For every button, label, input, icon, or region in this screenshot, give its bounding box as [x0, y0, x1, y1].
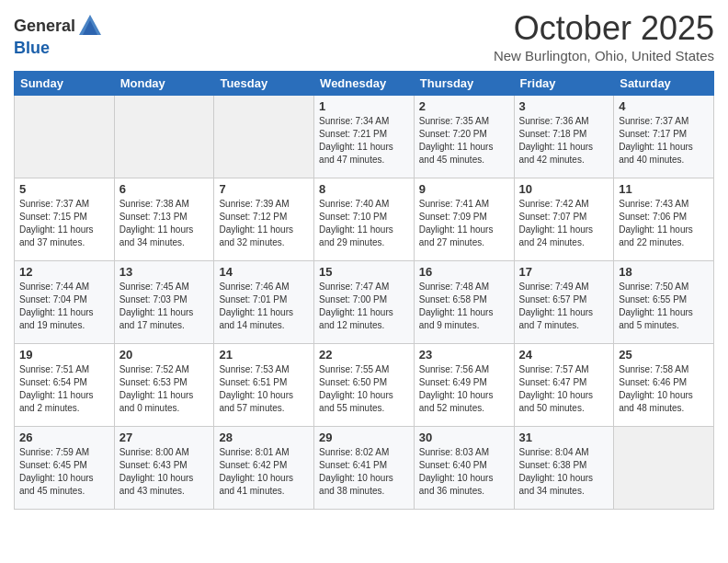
calendar-table: SundayMondayTuesdayWednesdayThursdayFrid…	[14, 71, 714, 510]
calendar-day-21: 21Sunrise: 7:53 AM Sunset: 6:51 PM Dayli…	[214, 344, 314, 427]
calendar-day-15: 15Sunrise: 7:47 AM Sunset: 7:00 PM Dayli…	[314, 261, 415, 344]
day-number: 21	[219, 348, 309, 362]
day-number: 18	[619, 265, 709, 279]
logo: General Blue	[14, 13, 103, 58]
calendar-day-10: 10Sunrise: 7:42 AM Sunset: 7:07 PM Dayli…	[514, 178, 614, 261]
calendar-week-row: 1Sunrise: 7:34 AM Sunset: 7:21 PM Daylig…	[15, 96, 714, 178]
calendar-day-28: 28Sunrise: 8:01 AM Sunset: 6:42 PM Dayli…	[214, 427, 314, 510]
calendar-day-13: 13Sunrise: 7:45 AM Sunset: 7:03 PM Dayli…	[114, 261, 214, 344]
day-info: Sunrise: 7:42 AM Sunset: 7:07 PM Dayligh…	[519, 198, 609, 249]
calendar-day-12: 12Sunrise: 7:44 AM Sunset: 7:04 PM Dayli…	[15, 261, 115, 344]
calendar-day-3: 3Sunrise: 7:36 AM Sunset: 7:18 PM Daylig…	[514, 96, 614, 178]
calendar-day-27: 27Sunrise: 8:00 AM Sunset: 6:43 PM Dayli…	[114, 427, 214, 510]
day-number: 12	[19, 265, 109, 279]
day-number: 5	[19, 182, 109, 196]
day-info: Sunrise: 7:49 AM Sunset: 6:57 PM Dayligh…	[519, 281, 609, 332]
col-header-saturday: Saturday	[614, 72, 714, 96]
day-info: Sunrise: 7:43 AM Sunset: 7:06 PM Dayligh…	[619, 198, 709, 249]
day-number: 30	[419, 431, 509, 444]
day-info: Sunrise: 7:37 AM Sunset: 7:15 PM Dayligh…	[19, 198, 109, 249]
day-info: Sunrise: 7:41 AM Sunset: 7:09 PM Dayligh…	[419, 198, 509, 249]
day-info: Sunrise: 8:03 AM Sunset: 6:40 PM Dayligh…	[419, 446, 509, 498]
day-info: Sunrise: 7:47 AM Sunset: 7:00 PM Dayligh…	[319, 281, 409, 332]
calendar-week-row: 26Sunrise: 7:59 AM Sunset: 6:45 PM Dayli…	[15, 427, 714, 510]
day-info: Sunrise: 7:34 AM Sunset: 7:21 PM Dayligh…	[319, 115, 409, 167]
day-number: 16	[419, 265, 509, 279]
day-info: Sunrise: 7:48 AM Sunset: 6:58 PM Dayligh…	[419, 281, 509, 332]
day-number: 11	[619, 182, 709, 196]
col-header-monday: Monday	[114, 72, 214, 96]
calendar-day-1: 1Sunrise: 7:34 AM Sunset: 7:21 PM Daylig…	[314, 96, 415, 178]
day-number: 8	[319, 182, 409, 196]
day-number: 19	[19, 348, 109, 362]
calendar-day-19: 19Sunrise: 7:51 AM Sunset: 6:54 PM Dayli…	[15, 344, 115, 427]
day-number: 20	[119, 348, 210, 362]
col-header-friday: Friday	[514, 72, 614, 96]
calendar-day-25: 25Sunrise: 7:58 AM Sunset: 6:46 PM Dayli…	[614, 344, 714, 427]
day-info: Sunrise: 7:44 AM Sunset: 7:04 PM Dayligh…	[19, 281, 109, 332]
day-number: 28	[219, 431, 309, 444]
logo-blue: Blue	[14, 39, 50, 57]
day-number: 24	[519, 348, 609, 362]
day-info: Sunrise: 7:40 AM Sunset: 7:10 PM Dayligh…	[319, 198, 409, 249]
logo-icon	[77, 13, 103, 39]
calendar-week-row: 12Sunrise: 7:44 AM Sunset: 7:04 PM Dayli…	[15, 261, 714, 344]
day-info: Sunrise: 7:58 AM Sunset: 6:46 PM Dayligh…	[619, 363, 709, 415]
day-number: 27	[119, 431, 210, 444]
calendar-day-8: 8Sunrise: 7:40 AM Sunset: 7:10 PM Daylig…	[314, 178, 415, 261]
day-number: 4	[619, 99, 709, 113]
calendar-day-16: 16Sunrise: 7:48 AM Sunset: 6:58 PM Dayli…	[414, 261, 514, 344]
calendar-day-7: 7Sunrise: 7:39 AM Sunset: 7:12 PM Daylig…	[214, 178, 314, 261]
calendar-day-6: 6Sunrise: 7:38 AM Sunset: 7:13 PM Daylig…	[114, 178, 214, 261]
col-header-sunday: Sunday	[15, 72, 115, 96]
page-header: General Blue October 2025 New Burlington…	[14, 9, 714, 63]
day-number: 15	[319, 265, 409, 279]
calendar-header-row: SundayMondayTuesdayWednesdayThursdayFrid…	[15, 72, 714, 96]
calendar-day-2: 2Sunrise: 7:35 AM Sunset: 7:20 PM Daylig…	[414, 96, 514, 178]
logo-general: General	[14, 17, 75, 36]
calendar-day-14: 14Sunrise: 7:46 AM Sunset: 7:01 PM Dayli…	[214, 261, 314, 344]
day-number: 3	[519, 99, 609, 113]
calendar-day-5: 5Sunrise: 7:37 AM Sunset: 7:15 PM Daylig…	[15, 178, 115, 261]
day-info: Sunrise: 7:57 AM Sunset: 6:47 PM Dayligh…	[519, 363, 609, 415]
calendar-week-row: 5Sunrise: 7:37 AM Sunset: 7:15 PM Daylig…	[15, 178, 714, 261]
day-info: Sunrise: 7:51 AM Sunset: 6:54 PM Dayligh…	[19, 363, 109, 415]
day-info: Sunrise: 7:46 AM Sunset: 7:01 PM Dayligh…	[219, 281, 309, 332]
day-number: 25	[619, 348, 709, 362]
calendar-day-18: 18Sunrise: 7:50 AM Sunset: 6:55 PM Dayli…	[614, 261, 714, 344]
day-number: 29	[319, 431, 409, 444]
day-info: Sunrise: 7:50 AM Sunset: 6:55 PM Dayligh…	[619, 281, 709, 332]
empty-day	[114, 96, 214, 178]
day-info: Sunrise: 7:38 AM Sunset: 7:13 PM Dayligh…	[119, 198, 210, 249]
calendar-day-23: 23Sunrise: 7:56 AM Sunset: 6:49 PM Dayli…	[414, 344, 514, 427]
calendar-day-11: 11Sunrise: 7:43 AM Sunset: 7:06 PM Dayli…	[614, 178, 714, 261]
calendar-day-26: 26Sunrise: 7:59 AM Sunset: 6:45 PM Dayli…	[15, 427, 115, 510]
calendar-day-29: 29Sunrise: 8:02 AM Sunset: 6:41 PM Dayli…	[314, 427, 415, 510]
col-header-tuesday: Tuesday	[214, 72, 314, 96]
day-info: Sunrise: 8:04 AM Sunset: 6:38 PM Dayligh…	[519, 446, 609, 498]
title-section: October 2025 New Burlington, Ohio, Unite…	[494, 9, 714, 63]
day-number: 6	[119, 182, 210, 196]
empty-day	[614, 427, 714, 510]
day-number: 26	[19, 431, 109, 444]
empty-day	[214, 96, 314, 178]
calendar-day-20: 20Sunrise: 7:52 AM Sunset: 6:53 PM Dayli…	[114, 344, 214, 427]
day-info: Sunrise: 7:35 AM Sunset: 7:20 PM Dayligh…	[419, 115, 509, 167]
day-info: Sunrise: 7:53 AM Sunset: 6:51 PM Dayligh…	[219, 363, 309, 415]
day-number: 10	[519, 182, 609, 196]
calendar-day-9: 9Sunrise: 7:41 AM Sunset: 7:09 PM Daylig…	[414, 178, 514, 261]
day-number: 13	[119, 265, 210, 279]
day-number: 1	[319, 99, 409, 113]
day-info: Sunrise: 7:39 AM Sunset: 7:12 PM Dayligh…	[219, 198, 309, 249]
day-info: Sunrise: 8:00 AM Sunset: 6:43 PM Dayligh…	[119, 446, 210, 498]
day-number: 22	[319, 348, 409, 362]
calendar-day-30: 30Sunrise: 8:03 AM Sunset: 6:40 PM Dayli…	[414, 427, 514, 510]
calendar-day-17: 17Sunrise: 7:49 AM Sunset: 6:57 PM Dayli…	[514, 261, 614, 344]
day-number: 7	[219, 182, 309, 196]
empty-day	[15, 96, 115, 178]
day-info: Sunrise: 7:45 AM Sunset: 7:03 PM Dayligh…	[119, 281, 210, 332]
day-number: 2	[419, 99, 509, 113]
day-info: Sunrise: 7:59 AM Sunset: 6:45 PM Dayligh…	[19, 446, 109, 498]
day-number: 23	[419, 348, 509, 362]
location: New Burlington, Ohio, United States	[494, 48, 714, 63]
